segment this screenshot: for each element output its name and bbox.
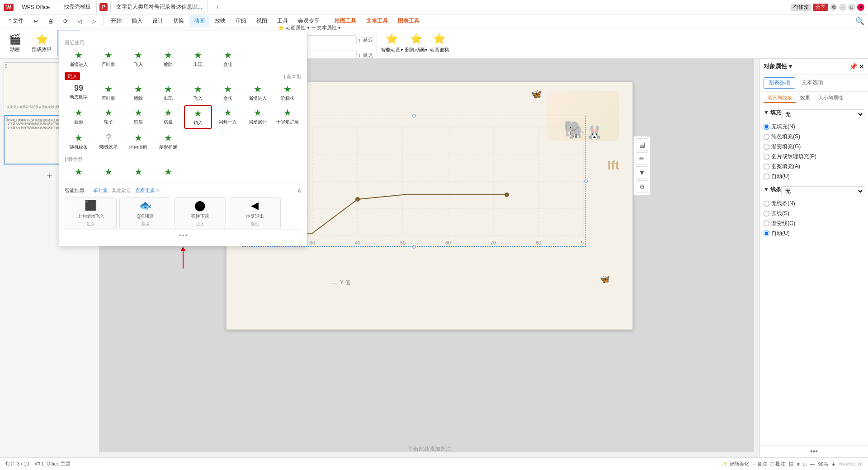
- basic-item-flash[interactable]: ★ 闪烁一次: [214, 105, 242, 129]
- smart-item-3[interactable]: ⬤ 弹性下落 进入: [174, 197, 226, 229]
- remove-animation-label[interactable]: 删除动画▾: [405, 47, 428, 53]
- zoom-out-btn[interactable]: ─: [810, 461, 815, 468]
- sub-tab-fill-line[interactable]: 填充与线条: [764, 94, 796, 103]
- share-btn[interactable]: 分享: [813, 4, 828, 11]
- search-icon[interactable]: 🔍: [855, 17, 864, 25]
- line-auto-radio[interactable]: [764, 230, 769, 236]
- extend-btn2[interactable]: ↕: [359, 52, 361, 58]
- sub-tab-effect[interactable]: 效果: [797, 94, 814, 103]
- smart-item-1[interactable]: ⬛ 上方缩放飞入 进入: [65, 197, 117, 229]
- basic-item-wheel[interactable]: ★ 轮子: [94, 105, 123, 129]
- window-restore-btn[interactable]: ⧉: [830, 4, 837, 11]
- basic-item-box[interactable]: ★ 盒状: [214, 82, 242, 103]
- fill-solid-radio[interactable]: [764, 134, 769, 140]
- basic-item-dissolve[interactable]: ★ 向内溶解: [124, 131, 152, 152]
- menu-undo[interactable]: ↩: [29, 16, 42, 26]
- account-btn[interactable]: 有修改: [791, 4, 811, 11]
- basic-item-cross[interactable]: ★ 十字形扩展: [274, 105, 302, 129]
- h-scrollbar[interactable]: [99, 452, 760, 457]
- tab-shape-select[interactable]: 图表选项: [764, 77, 795, 89]
- handle-bottom[interactable]: [412, 245, 416, 249]
- sub-tab-size-props[interactable]: 大小与属性: [815, 94, 847, 103]
- recent-item-blind[interactable]: ★ 百叶窗: [94, 48, 123, 70]
- handle-top[interactable]: [412, 114, 416, 118]
- basic-item-gradual[interactable]: ★ 渐慢进入: [244, 82, 272, 103]
- basic-item-fan[interactable]: ★ 扇形展开: [244, 105, 272, 129]
- fill-pattern-radio[interactable]: [764, 164, 769, 169]
- more-options-btn[interactable]: •••: [760, 445, 868, 457]
- template-tab[interactable]: 找壳壳模板: [58, 1, 97, 13]
- menu-review[interactable]: 审阅: [231, 15, 251, 27]
- ribbon-preview[interactable]: ⭐ 预成效果: [28, 32, 55, 55]
- recent-item-gradual[interactable]: ★ 渐慢进入: [65, 48, 93, 70]
- subtle-item-4[interactable]: ★: [154, 164, 182, 179]
- view-normal-btn[interactable]: ▤: [789, 461, 793, 467]
- single-object-link[interactable]: 单对象: [93, 187, 108, 194]
- menu-file[interactable]: ≡ 文件: [4, 15, 28, 27]
- menu-switch[interactable]: 切换: [169, 15, 189, 27]
- menu-insert[interactable]: 插入: [127, 15, 147, 27]
- maximize-btn[interactable]: □: [848, 4, 855, 11]
- smart-beautiful-btn[interactable]: ✨ 智能美化: [722, 461, 749, 467]
- minimize-btn[interactable]: ─: [839, 4, 846, 11]
- line-solid-radio[interactable]: [764, 211, 769, 216]
- line-gradient-radio[interactable]: [764, 221, 769, 226]
- comment-btn[interactable]: □ 批注: [771, 461, 785, 467]
- menu-animate[interactable]: 动画: [189, 15, 209, 27]
- fill-none-radio[interactable]: [764, 124, 769, 130]
- smart-item-4[interactable]: ◀ 掉落退出 退出: [229, 197, 281, 229]
- float-btn-table[interactable]: ▤: [636, 138, 648, 151]
- menu-play[interactable]: 放映: [210, 15, 230, 27]
- handle-right[interactable]: [584, 179, 588, 183]
- fill-auto-radio[interactable]: [764, 174, 769, 179]
- basic-item-diamond-expand[interactable]: ★ 菱形扩展: [154, 131, 182, 152]
- menu-back[interactable]: ◁: [73, 16, 86, 26]
- float-btn-settings[interactable]: ⚙: [636, 180, 648, 193]
- line-select[interactable]: 无: [781, 186, 864, 196]
- menu-start[interactable]: 开始: [106, 15, 126, 27]
- fill-select[interactable]: 无: [781, 109, 864, 119]
- menu-print[interactable]: 🖨: [43, 16, 58, 26]
- close-btn[interactable]: ✕: [857, 4, 864, 11]
- view-slide-btn[interactable]: □: [803, 461, 807, 467]
- basic-item-wipe[interactable]: ★ 擦除: [124, 82, 152, 103]
- extend-btn[interactable]: ↕: [359, 37, 361, 42]
- basic-item-appear[interactable]: ★ 出现: [154, 82, 182, 103]
- doc-tab[interactable]: 文字是人类用符号记录表达信息以...: [110, 1, 208, 13]
- more-dots[interactable]: • • •: [179, 232, 187, 238]
- smart-item-2[interactable]: 🐟 Q弹强调 强调: [119, 197, 171, 229]
- basic-item-blind[interactable]: ★ 百叶窗: [94, 82, 123, 103]
- menu-chart-tools[interactable]: 图表工具: [393, 15, 424, 27]
- menu-redo[interactable]: ⟳: [59, 16, 72, 26]
- add-tab[interactable]: +: [211, 2, 225, 12]
- float-btn-edit[interactable]: ✏: [636, 152, 648, 165]
- wps-office-tab[interactable]: WPS Office: [16, 2, 55, 12]
- basic-item-cut[interactable]: ★ 切入: [184, 105, 212, 129]
- dropdown-footer[interactable]: • • •: [65, 229, 302, 240]
- menu-forward[interactable]: ▷: [87, 16, 100, 26]
- view-outline-btn[interactable]: ≡: [797, 461, 800, 467]
- notes-btn[interactable]: ≡ 备注: [753, 461, 767, 467]
- subtle-item-3[interactable]: ★: [124, 164, 152, 179]
- tab-text-select[interactable]: 文本选项: [797, 77, 828, 89]
- zoom-in-btn[interactable]: +: [832, 461, 835, 468]
- subtle-item-2[interactable]: ★: [94, 164, 123, 179]
- subtle-item-1[interactable]: ★: [65, 164, 93, 179]
- line-none-radio[interactable]: [764, 201, 769, 207]
- view-more-link[interactable]: 查看更多 >: [135, 187, 159, 194]
- menu-design[interactable]: 设计: [148, 15, 168, 27]
- float-btn-filter[interactable]: ▼: [636, 166, 648, 179]
- close-panel-icon[interactable]: ✕: [859, 63, 864, 70]
- recent-item-box[interactable]: ★ 盒状: [214, 48, 242, 70]
- recent-item-wipe[interactable]: ★ 擦除: [154, 48, 182, 70]
- basic-item-fly[interactable]: ★ 飞入: [184, 82, 212, 103]
- basic-item-stairs[interactable]: ★ 阶梯状: [274, 82, 302, 103]
- ribbon-animation[interactable]: 🎬 动画: [4, 32, 26, 55]
- recent-item-fly[interactable]: ★ 飞入: [124, 48, 152, 70]
- basic-item-random-line[interactable]: ★ 随机线条: [65, 131, 93, 152]
- fill-image-radio[interactable]: [764, 154, 769, 160]
- smart-animation-label[interactable]: 智能动画▾: [381, 47, 403, 53]
- recent-item-appear[interactable]: ★ 出现: [184, 48, 212, 70]
- animation-pane-label[interactable]: 动画窗格: [429, 47, 449, 53]
- v-scrollbar[interactable]: [754, 59, 760, 452]
